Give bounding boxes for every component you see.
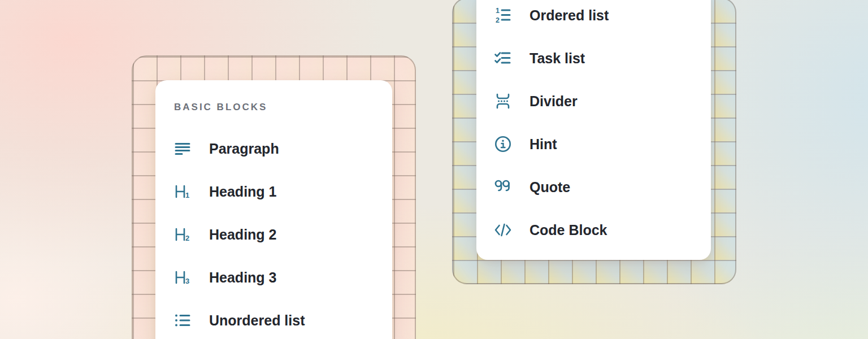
menu-item-label: Task list: [530, 50, 585, 67]
heading-3-icon: 3: [173, 268, 192, 287]
menu-item-label: Unordered list: [209, 312, 305, 329]
menu-item-ordered-list[interactable]: 1 2Ordered list: [476, 0, 711, 37]
menu-item-divider[interactable]: Divider: [476, 80, 711, 123]
menu-item-label: Code Block: [530, 222, 607, 238]
menu-item-label: Ordered list: [530, 7, 609, 24]
menu-item-label: Paragraph: [209, 141, 279, 157]
svg-text:1: 1: [496, 7, 500, 15]
block-menu-basic-blocks: BASIC BLOCKS Paragraph 1Heading 1 2Headi…: [155, 80, 392, 339]
menu-item-heading-1[interactable]: 1Heading 1: [155, 170, 392, 213]
quote-icon: [493, 177, 513, 197]
svg-text:1: 1: [185, 191, 189, 199]
task-list-icon: [493, 49, 513, 68]
menu-item-label: Hint: [530, 136, 557, 153]
heading-2-icon: 2: [173, 225, 192, 244]
menu-item-label: Quote: [530, 179, 570, 195]
menu-item-label: Heading 2: [209, 227, 276, 243]
hint-icon: [493, 134, 513, 154]
menu-item-code-block[interactable]: Code Block: [476, 208, 711, 251]
menu-item-label: Heading 3: [209, 270, 276, 286]
menu-item-heading-3[interactable]: 3Heading 3: [155, 256, 392, 299]
menu-item-quote[interactable]: Quote: [476, 166, 711, 208]
block-menu-continued: 1 2Ordered list Task list Divider Hint Q…: [476, 0, 711, 260]
svg-text:2: 2: [496, 16, 500, 24]
menu-item-unordered-list[interactable]: Unordered list: [155, 299, 392, 339]
menu-item-heading-2[interactable]: 2Heading 2: [155, 213, 392, 256]
code-block-icon: [493, 220, 513, 240]
menu-item-label: Divider: [530, 93, 578, 110]
menu-item-task-list[interactable]: Task list: [476, 37, 711, 80]
heading-1-icon: 1: [173, 182, 192, 201]
menu-list-right: 1 2Ordered list Task list Divider Hint Q…: [476, 0, 711, 251]
menu-list-left: Paragraph 1Heading 1 2Heading 2 3Heading…: [155, 127, 392, 339]
svg-text:3: 3: [185, 277, 189, 285]
paragraph-icon: [173, 139, 192, 158]
unordered-list-icon: [173, 311, 192, 330]
ordered-list-icon: 1 2: [493, 6, 513, 25]
svg-text:2: 2: [185, 234, 189, 242]
menu-item-paragraph[interactable]: Paragraph: [155, 127, 392, 170]
menu-item-hint[interactable]: Hint: [476, 123, 711, 166]
menu-item-label: Heading 1: [209, 184, 276, 200]
divider-icon: [493, 92, 513, 111]
section-label-basic-blocks: BASIC BLOCKS: [174, 102, 392, 113]
